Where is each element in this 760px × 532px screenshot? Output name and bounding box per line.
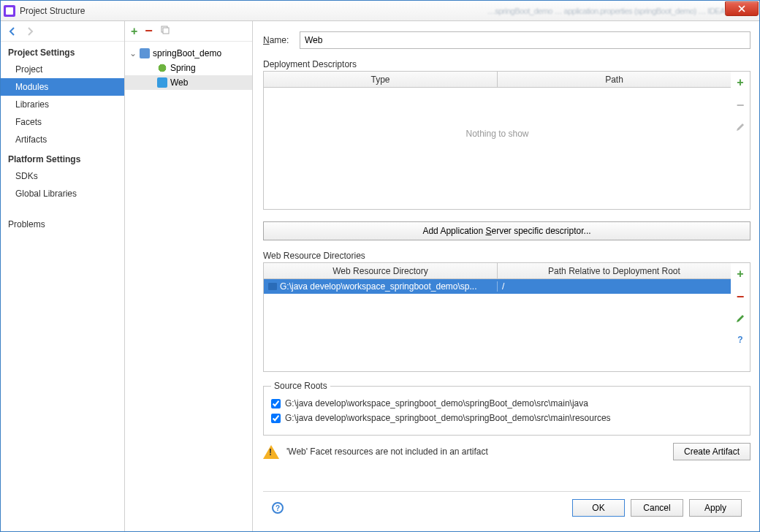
close-button[interactable] xyxy=(725,1,759,16)
source-roots-box: Source Roots G:\java develop\workspace_s… xyxy=(263,381,750,436)
sidebar-item-project[interactable]: Project xyxy=(1,61,124,78)
deploy-col-path: Path xyxy=(498,72,731,87)
warning-icon xyxy=(263,445,279,459)
deploy-edit-icon[interactable] xyxy=(735,122,745,134)
help-icon[interactable]: ? xyxy=(272,502,284,514)
tree-node-root[interactable]: ⌄ springBoot_demo xyxy=(125,46,252,61)
sidebar: Project Settings Project Modules Librari… xyxy=(1,21,125,531)
res-remove-icon[interactable]: − xyxy=(737,289,745,305)
web-icon xyxy=(157,77,167,88)
res-col-dir: Web Resource Directory xyxy=(264,263,498,278)
res-table-row[interactable]: G:\java develop\workspace_springboot_dem… xyxy=(264,279,731,294)
artifact-warning-row: 'Web' Facet resources are not included i… xyxy=(263,443,750,460)
tree-node-label: Spring xyxy=(170,63,196,73)
tree-node-label: Web xyxy=(170,77,188,88)
sidebar-section-platform: Platform Settings xyxy=(1,148,124,167)
tree-node-web[interactable]: Web xyxy=(125,75,252,90)
deploy-empty-message: Nothing to show xyxy=(264,88,731,139)
back-icon[interactable] xyxy=(7,26,18,37)
caret-down-icon[interactable]: ⌄ xyxy=(129,48,137,58)
module-icon xyxy=(140,48,150,58)
deployment-descriptors-label: Deployment Descriptors xyxy=(263,59,750,69)
deployment-descriptors-panel: Type Path Nothing to show + − xyxy=(263,71,750,210)
source-root-row[interactable]: G:\java develop\workspace_springboot_dem… xyxy=(271,413,742,423)
cancel-button[interactable]: Cancel xyxy=(631,499,683,517)
web-resource-directories-label: Web Resource Directories xyxy=(263,251,750,261)
res-col-rel: Path Relative to Deployment Root xyxy=(498,263,731,278)
close-icon xyxy=(738,5,745,12)
tree-node-label: springBoot_demo xyxy=(153,48,221,58)
apply-button[interactable]: Apply xyxy=(689,499,742,517)
deploy-col-type: Type xyxy=(264,72,498,87)
sidebar-section-project: Project Settings xyxy=(1,42,124,61)
module-tree: ⌄ springBoot_demo Spring Web xyxy=(125,42,252,94)
res-add-icon[interactable]: + xyxy=(737,267,743,281)
folder-icon xyxy=(268,283,277,290)
remove-module-icon[interactable]: − xyxy=(145,23,153,39)
deploy-remove-icon[interactable]: − xyxy=(737,98,745,113)
title-bar: Project Structure …springBoot_demo … app… xyxy=(1,1,759,21)
add-descriptor-button[interactable]: Add Application Server specific descript… xyxy=(263,221,750,240)
source-roots-label: Source Roots xyxy=(271,381,330,391)
sidebar-item-libraries[interactable]: Libraries xyxy=(1,96,124,113)
add-module-icon[interactable]: + xyxy=(131,25,137,38)
tree-toolbar: + − xyxy=(125,21,252,42)
facet-name-input[interactable] xyxy=(300,31,750,49)
forward-icon[interactable] xyxy=(24,26,36,37)
window-title: Project Structure xyxy=(20,6,483,16)
app-icon xyxy=(4,5,15,17)
warning-message: 'Web' Facet resources are not included i… xyxy=(286,446,666,457)
sidebar-item-facets[interactable]: Facets xyxy=(1,113,124,131)
source-root-path: G:\java develop\workspace_springboot_dem… xyxy=(285,413,611,423)
sidebar-item-modules[interactable]: Modules xyxy=(1,78,124,96)
dialog-footer: ? OK Cancel Apply xyxy=(263,491,750,524)
sidebar-item-artifacts[interactable]: Artifacts xyxy=(1,131,124,148)
res-rel-cell: / xyxy=(498,281,731,292)
source-root-row[interactable]: G:\java develop\workspace_springboot_dem… xyxy=(271,398,742,408)
source-root-checkbox[interactable] xyxy=(271,399,281,408)
source-root-path: G:\java develop\workspace_springboot_dem… xyxy=(285,398,588,408)
source-root-checkbox[interactable] xyxy=(271,414,281,423)
res-edit-icon[interactable] xyxy=(735,314,745,326)
sidebar-item-global-libraries[interactable]: Global Libraries xyxy=(1,185,124,202)
copy-module-icon[interactable] xyxy=(160,25,170,37)
ok-button[interactable]: OK xyxy=(572,499,625,517)
web-resource-panel: Web Resource Directory Path Relative to … xyxy=(263,262,750,372)
res-table-header: Web Resource Directory Path Relative to … xyxy=(264,263,731,279)
res-help-icon[interactable]: ? xyxy=(737,335,742,345)
tree-node-spring[interactable]: Spring xyxy=(125,61,252,75)
svg-rect-1 xyxy=(163,28,169,34)
res-dir-cell: G:\java develop\workspace_springboot_dem… xyxy=(280,281,477,292)
spring-icon xyxy=(157,63,167,73)
deploy-add-icon[interactable]: + xyxy=(737,76,743,89)
sidebar-navbar xyxy=(1,21,124,42)
deploy-table-header: Type Path xyxy=(264,72,731,88)
window-subtitle: …springBoot_demo … application.propertie… xyxy=(487,7,725,15)
sidebar-item-problems[interactable]: Problems xyxy=(1,216,124,233)
sidebar-item-sdks[interactable]: SDKs xyxy=(1,167,124,185)
name-label: Name: xyxy=(263,35,294,45)
facet-editor: Name: Deployment Descriptors Type Path N… xyxy=(253,21,759,531)
create-artifact-button[interactable]: Create Artifact xyxy=(673,443,750,460)
module-tree-panel: + − ⌄ springBoot_demo Spring Web xyxy=(125,21,253,531)
